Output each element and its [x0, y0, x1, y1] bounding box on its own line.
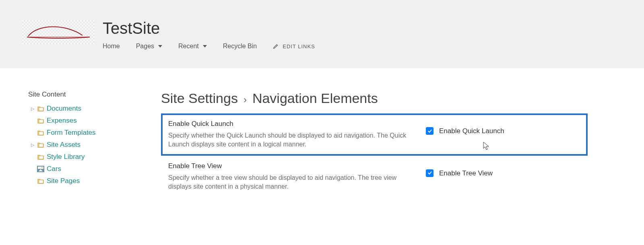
- tree-item-label: Cars: [47, 165, 61, 173]
- tree-item-label: Expenses: [47, 117, 77, 125]
- nav-recycle-bin[interactable]: Recycle Bin: [223, 43, 257, 50]
- tree-item[interactable]: Expenses: [28, 115, 161, 127]
- nav-recent[interactable]: Recent: [178, 43, 207, 50]
- folder-icon: [37, 105, 44, 112]
- checkbox-enable-quick-launch[interactable]: [426, 127, 433, 135]
- folder-icon: [37, 129, 44, 136]
- setting-quick-launch-title: Enable Quick Launch: [168, 120, 410, 128]
- tree-item[interactable]: Form Templates: [28, 127, 161, 139]
- folder-icon: [37, 141, 44, 148]
- breadcrumb-current: Navigation Elements: [252, 91, 378, 106]
- tree-item[interactable]: Site Pages: [28, 175, 161, 187]
- tree-item[interactable]: ▷Site Assets: [28, 139, 161, 151]
- tree-item[interactable]: Cars: [28, 163, 161, 175]
- nav-home[interactable]: Home: [103, 43, 120, 50]
- checkmark-icon: [427, 171, 432, 175]
- checkmark-icon: [427, 129, 432, 134]
- setting-quick-launch-desc: Specify whether the Quick Launch should …: [168, 131, 410, 149]
- main-content: Site Settings › Navigation Elements Enab…: [161, 91, 644, 198]
- nav-pages[interactable]: Pages: [136, 43, 162, 50]
- setting-quick-launch: Enable Quick Launch Specify whether the …: [161, 113, 588, 156]
- checkbox-enable-tree-view[interactable]: [426, 169, 433, 177]
- chevron-down-icon: [158, 45, 162, 47]
- nav-edit-links[interactable]: EDIT LINKS: [273, 43, 315, 49]
- sidebar-header: Site Content: [28, 91, 161, 99]
- chevron-down-icon: [203, 45, 207, 47]
- picture-library-icon: [37, 166, 44, 172]
- setting-tree-view-desc: Specify whether a tree view should be di…: [168, 173, 410, 191]
- folder-icon: [37, 153, 44, 161]
- pencil-icon: [273, 43, 279, 49]
- sidebar-tree: Site Content ▷DocumentsExpensesForm Temp…: [28, 91, 161, 198]
- mouse-cursor-icon: [483, 142, 489, 150]
- tree-item[interactable]: Style Library: [28, 151, 161, 163]
- setting-tree-view-title: Enable Tree View: [168, 162, 410, 170]
- car-logo-icon: [26, 25, 91, 39]
- folder-icon: [37, 117, 44, 124]
- nav-edit-links-label: EDIT LINKS: [283, 43, 315, 49]
- tree-item-label: Style Library: [47, 153, 85, 161]
- nav-recent-label: Recent: [178, 43, 199, 50]
- breadcrumb-parent[interactable]: Site Settings: [161, 91, 238, 106]
- checkbox-enable-tree-view-label: Enable Tree View: [439, 169, 493, 177]
- nav-pages-label: Pages: [136, 43, 154, 50]
- tree-item-label: Site Assets: [47, 141, 80, 149]
- tree-expand-icon[interactable]: ▷: [28, 142, 37, 148]
- site-title[interactable]: TestSite: [103, 19, 160, 37]
- checkbox-enable-quick-launch-label: Enable Quick Launch: [439, 127, 504, 135]
- tree-expand-icon[interactable]: ▷: [28, 106, 37, 111]
- top-nav: Home Pages Recent Recycle Bin EDIT LINKS: [103, 43, 315, 50]
- breadcrumb-separator-icon: ›: [244, 94, 247, 105]
- site-logo[interactable]: [22, 20, 95, 44]
- breadcrumb: Site Settings › Navigation Elements: [161, 91, 588, 106]
- tree-item-label: Site Pages: [47, 177, 80, 185]
- tree-item-label: Form Templates: [47, 129, 96, 137]
- folder-icon: [37, 177, 44, 185]
- top-bar: TestSite Home Pages Recent Recycle Bin E…: [0, 0, 644, 68]
- setting-tree-view: Enable Tree View Specify whether a tree …: [161, 156, 588, 198]
- tree-item-label: Documents: [47, 105, 81, 113]
- tree-item[interactable]: ▷Documents: [28, 103, 161, 115]
